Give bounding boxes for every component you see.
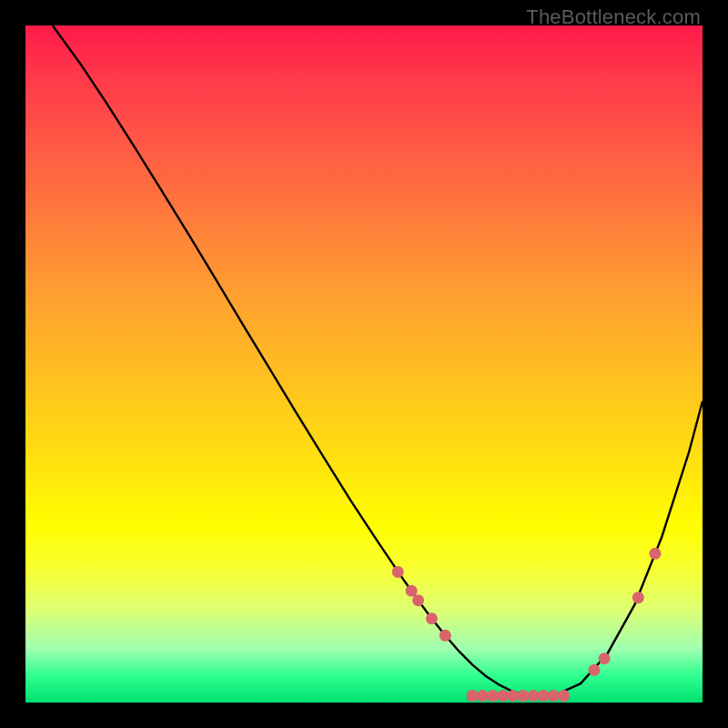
watermark: TheBottleneck.com [526,5,701,29]
chart-container: TheBottleneck.com [0,0,728,728]
chart-gradient-background [25,25,703,703]
